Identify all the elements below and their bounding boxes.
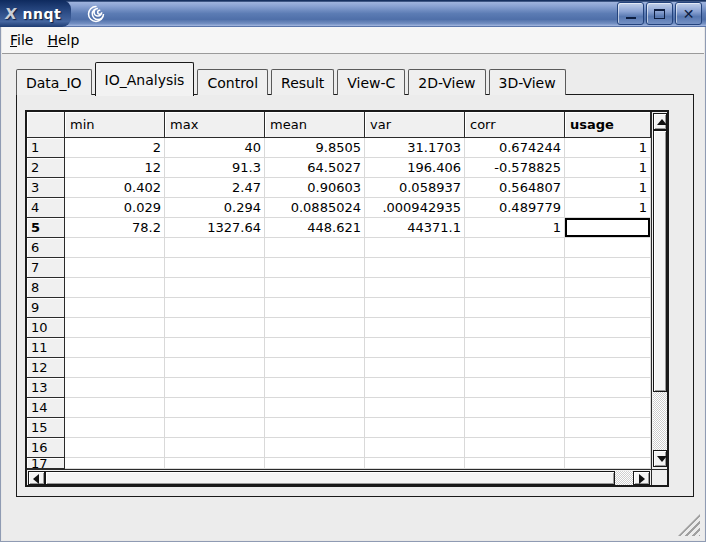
- cell-r9-mean[interactable]: [265, 298, 365, 318]
- cell-r2-max[interactable]: 91.3: [165, 158, 265, 178]
- cell-r7-corr[interactable]: [465, 258, 565, 278]
- tab-view-c[interactable]: View-C: [337, 69, 405, 95]
- cell-r12-var[interactable]: [365, 358, 465, 378]
- cell-r12-mean[interactable]: [265, 358, 365, 378]
- row-header-10[interactable]: 10: [27, 318, 65, 338]
- cell-r13-usage[interactable]: [565, 378, 651, 398]
- cell-r10-var[interactable]: [365, 318, 465, 338]
- cell-r9-corr[interactable]: [465, 298, 565, 318]
- row-header-17[interactable]: 17: [27, 458, 65, 469]
- cell-r8-var[interactable]: [365, 278, 465, 298]
- cell-r16-usage[interactable]: [565, 438, 651, 458]
- cell-r13-max[interactable]: [165, 378, 265, 398]
- cell-r2-corr[interactable]: -0.578825: [465, 158, 565, 178]
- column-header-min[interactable]: min: [65, 112, 165, 138]
- cell-r9-var[interactable]: [365, 298, 465, 318]
- cell-r17-var[interactable]: [365, 458, 465, 469]
- tab-2d-view[interactable]: 2D-View: [408, 69, 485, 95]
- cell-r16-min[interactable]: [65, 438, 165, 458]
- cell-r3-max[interactable]: 2.47: [165, 178, 265, 198]
- vertical-scrollbar-thumb[interactable]: [653, 130, 667, 392]
- cell-r14-usage[interactable]: [565, 398, 651, 418]
- horizontal-scrollbar-thumb[interactable]: [45, 471, 615, 485]
- cell-r11-corr[interactable]: [465, 338, 565, 358]
- cell-r4-mean[interactable]: 0.0885024: [265, 198, 365, 218]
- cell-r13-min[interactable]: [65, 378, 165, 398]
- cell-r17-max[interactable]: [165, 458, 265, 469]
- column-header-corr[interactable]: corr: [465, 112, 565, 138]
- tab-io_analysis[interactable]: IO_Analysis: [95, 62, 195, 96]
- cell-r8-max[interactable]: [165, 278, 265, 298]
- cell-r14-mean[interactable]: [265, 398, 365, 418]
- cell-r4-min[interactable]: 0.029: [65, 198, 165, 218]
- row-header-12[interactable]: 12: [27, 358, 65, 378]
- cell-r15-var[interactable]: [365, 418, 465, 438]
- scroll-down-button[interactable]: [653, 450, 667, 467]
- cell-r1-var[interactable]: 31.1703: [365, 138, 465, 158]
- row-header-7[interactable]: 7: [27, 258, 65, 278]
- cell-r4-corr[interactable]: 0.489779: [465, 198, 565, 218]
- cell-r8-mean[interactable]: [265, 278, 365, 298]
- cell-r14-var[interactable]: [365, 398, 465, 418]
- cell-r13-corr[interactable]: [465, 378, 565, 398]
- column-header-mean[interactable]: mean: [265, 112, 365, 138]
- cell-r10-max[interactable]: [165, 318, 265, 338]
- scroll-up-button[interactable]: [653, 113, 667, 130]
- cell-r14-corr[interactable]: [465, 398, 565, 418]
- swirl-icon[interactable]: [85, 3, 107, 25]
- cell-r7-mean[interactable]: [265, 258, 365, 278]
- cell-r6-usage[interactable]: [565, 238, 651, 258]
- row-header-4[interactable]: 4: [27, 198, 65, 218]
- cell-r16-mean[interactable]: [265, 438, 365, 458]
- cell-r6-min[interactable]: [65, 238, 165, 258]
- cell-r10-mean[interactable]: [265, 318, 365, 338]
- scroll-right-button[interactable]: [633, 471, 650, 485]
- cell-r13-var[interactable]: [365, 378, 465, 398]
- cell-r3-corr[interactable]: 0.564807: [465, 178, 565, 198]
- cell-r3-min[interactable]: 0.402: [65, 178, 165, 198]
- close-button[interactable]: ✕: [675, 2, 702, 25]
- cell-r15-max[interactable]: [165, 418, 265, 438]
- cell-r3-var[interactable]: 0.058937: [365, 178, 465, 198]
- cell-r4-usage[interactable]: 1: [565, 198, 651, 218]
- row-header-3[interactable]: 3: [27, 178, 65, 198]
- maximize-button[interactable]: [646, 2, 673, 25]
- cell-r17-min[interactable]: [65, 458, 165, 469]
- horizontal-scrollbar[interactable]: [27, 469, 651, 485]
- column-header-var[interactable]: var: [365, 112, 465, 138]
- vertical-scrollbar-trough[interactable]: [653, 392, 667, 450]
- cell-r16-max[interactable]: [165, 438, 265, 458]
- cell-r17-corr[interactable]: [465, 458, 565, 469]
- cell-r1-max[interactable]: 40: [165, 138, 265, 158]
- row-header-9[interactable]: 9: [27, 298, 65, 318]
- tab-3d-view[interactable]: 3D-View: [489, 69, 566, 95]
- row-header-16[interactable]: 16: [27, 438, 65, 458]
- cell-r1-mean[interactable]: 9.8505: [265, 138, 365, 158]
- row-header-2[interactable]: 2: [27, 158, 65, 178]
- cell-r9-max[interactable]: [165, 298, 265, 318]
- menu-help[interactable]: Help: [47, 32, 79, 48]
- resize-grip-icon[interactable]: [678, 514, 700, 536]
- cell-r17-usage[interactable]: [565, 458, 651, 469]
- menu-file[interactable]: File: [10, 32, 33, 48]
- cell-r1-min[interactable]: 2: [65, 138, 165, 158]
- title-bar[interactable]: X nnqt ✕: [0, 0, 706, 27]
- cell-r11-min[interactable]: [65, 338, 165, 358]
- cell-r11-mean[interactable]: [265, 338, 365, 358]
- cell-r6-var[interactable]: [365, 238, 465, 258]
- cell-r11-var[interactable]: [365, 338, 465, 358]
- cell-r9-min[interactable]: [65, 298, 165, 318]
- cell-r2-mean[interactable]: 64.5027: [265, 158, 365, 178]
- tab-result[interactable]: Result: [271, 69, 334, 95]
- cell-r8-corr[interactable]: [465, 278, 565, 298]
- tab-data_io[interactable]: Data_IO: [16, 69, 92, 95]
- scroll-left-button[interactable]: [28, 471, 45, 485]
- cell-r14-min[interactable]: [65, 398, 165, 418]
- row-header-8[interactable]: 8: [27, 278, 65, 298]
- cell-r15-corr[interactable]: [465, 418, 565, 438]
- row-header-11[interactable]: 11: [27, 338, 65, 358]
- cell-r9-usage[interactable]: [565, 298, 651, 318]
- cell-r12-corr[interactable]: [465, 358, 565, 378]
- cell-r7-var[interactable]: [365, 258, 465, 278]
- cell-r15-mean[interactable]: [265, 418, 365, 438]
